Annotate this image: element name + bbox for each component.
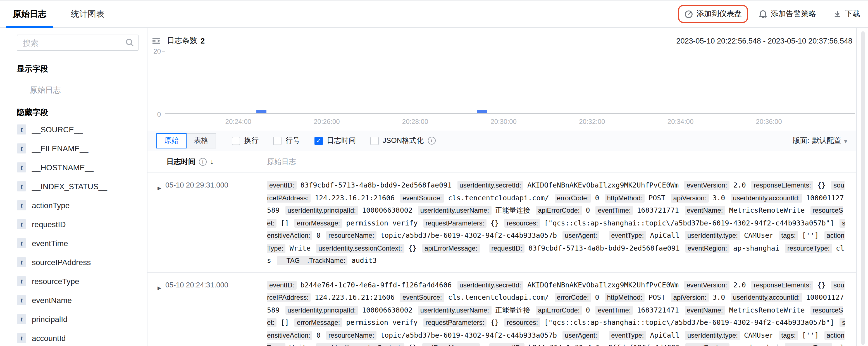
page-scrollbar[interactable]: [861, 31, 865, 345]
log-field[interactable]: eventVersion:2.0: [684, 181, 746, 189]
log-field[interactable]: eventVersion:2.0: [684, 281, 746, 289]
log-field[interactable]: responseElements:{}: [751, 181, 826, 189]
histogram-plot[interactable]: 20 0 20:24:0020:26:0020:28:0020:30:0020:…: [165, 51, 855, 114]
log-field-key[interactable]: eventType:: [609, 331, 646, 340]
log-field[interactable]: tags:['']: [779, 232, 818, 239]
log-field-key[interactable]: apiVersion:: [671, 293, 709, 302]
log-field-key[interactable]: responseElements:: [751, 181, 813, 190]
log-field-key[interactable]: errorMessage:: [294, 218, 342, 228]
log-field[interactable]: httpMethod:POST: [604, 194, 665, 202]
log-field-key[interactable]: eventID:: [267, 181, 296, 190]
log-field[interactable]: userIdentity.sessionContext:{}: [316, 344, 417, 346]
log-field[interactable]: requestParameters:{}: [423, 219, 499, 227]
download-button[interactable]: 下载: [833, 9, 860, 19]
log-field[interactable]: apiErrorMessage:: [422, 344, 484, 346]
log-field-key[interactable]: userIdentity.type:: [685, 331, 740, 340]
log-field-key[interactable]: eventTime:: [596, 206, 633, 215]
log-field[interactable]: resources:["qcs::cls:ap-shanghai::topic\…: [504, 319, 834, 326]
log-field[interactable]: eventTime:1683721771: [596, 206, 679, 214]
sort-descending-icon[interactable]: [210, 158, 214, 166]
log-field[interactable]: userIdentity.type:CAMUser: [685, 331, 773, 339]
log-field[interactable]: eventType:ApiCall: [609, 331, 680, 339]
expand-row-icon[interactable]: [157, 179, 165, 267]
log-field-key[interactable]: responseElements:: [751, 280, 813, 289]
log-field[interactable]: tags:['']: [779, 331, 818, 339]
log-field-key[interactable]: userIdentity.sessionContext:: [316, 343, 404, 346]
log-field-key[interactable]: userIdentity.principalId:: [285, 206, 358, 215]
search-input[interactable]: [17, 35, 138, 51]
log-time-column-header[interactable]: 日志时间: [166, 157, 267, 167]
hidden-field-item[interactable]: eventTime: [17, 234, 138, 253]
hidden-field-item[interactable]: __FILENAME__: [17, 139, 138, 158]
log-field[interactable]: userIdentity.userName:正能量连接: [418, 306, 530, 314]
display-option[interactable]: 日志时间: [314, 136, 356, 146]
tab-statistics-charts[interactable]: 统计图表: [69, 1, 106, 27]
log-field[interactable]: apiVersion:3.0: [671, 293, 725, 301]
log-field-key[interactable]: eventVersion:: [684, 181, 729, 190]
log-field[interactable]: apiVersion:3.0: [671, 194, 725, 202]
log-field-key[interactable]: httpMethod:: [604, 194, 645, 202]
log-field-key[interactable]: userIdentity.secretId:: [457, 280, 523, 289]
view-table-button[interactable]: 表格: [186, 133, 216, 148]
log-field[interactable]: __TAG__.TrackName:audit3: [277, 257, 377, 265]
log-field[interactable]: resources:["qcs::cls:ap-shanghai::topic\…: [504, 219, 834, 227]
log-field-key[interactable]: eventID:: [267, 280, 296, 289]
log-field-key[interactable]: resourceType:: [785, 343, 832, 346]
log-field[interactable]: resourceName:topic/a5bd37be-6019-4302-94…: [326, 331, 557, 339]
log-field-key[interactable]: requestID:: [489, 244, 525, 252]
log-field-key[interactable]: eventName:: [684, 206, 725, 215]
log-field[interactable]: userIdentity.secretId:AKIDQfeNBnAKEvObaI…: [457, 281, 679, 289]
log-field-key[interactable]: userIdentity.userName:: [418, 206, 491, 215]
log-field-key[interactable]: eventName:: [684, 306, 725, 314]
hidden-field-item[interactable]: principalId: [17, 310, 138, 329]
log-field-key[interactable]: httpMethod:: [604, 293, 645, 302]
log-field-key[interactable]: resources:: [504, 218, 540, 228]
log-field[interactable]: eventType:ApiCall: [609, 232, 680, 239]
log-field-key[interactable]: tags:: [779, 231, 798, 240]
log-field-key[interactable]: apiErrorCode:: [536, 306, 582, 314]
hidden-field-item[interactable]: __HOSTNAME__: [17, 158, 138, 177]
log-field-key[interactable]: eventTime:: [596, 306, 633, 314]
log-field[interactable]: errorMessage:permission verify: [294, 219, 418, 227]
log-field[interactable]: eventID:b244e764-1c70-4e6a-9ffd-f126fa4d…: [267, 281, 452, 289]
log-field-key[interactable]: eventRegion:: [685, 244, 729, 252]
log-field-key[interactable]: userIdentity.type:: [685, 231, 740, 240]
log-field-key[interactable]: userIdentity.userName:: [418, 306, 491, 314]
log-field-key[interactable]: requestParameters:: [423, 318, 487, 327]
log-field[interactable]: requestParameters:{}: [423, 319, 499, 326]
log-field[interactable]: eventName:MetricsRemoteWrite: [684, 306, 805, 314]
log-field[interactable]: eventRegion:ap-shanghai: [685, 344, 779, 346]
log-field[interactable]: apiErrorCode:0: [536, 306, 590, 314]
log-field-key[interactable]: __TAG__.TrackName:: [277, 256, 347, 265]
log-field-key[interactable]: resourceName:: [326, 231, 376, 240]
log-field[interactable]: eventName:MetricsRemoteWrite: [684, 206, 805, 214]
log-field-key[interactable]: eventVersion:: [684, 280, 729, 289]
info-icon[interactable]: [428, 137, 435, 144]
log-field[interactable]: userIdentity.userName:正能量连接: [418, 206, 530, 214]
log-field[interactable]: eventTime:1683721471: [596, 306, 679, 314]
log-field[interactable]: userIdentity.secretId:AKIDQfeNBnAKEvObaI…: [457, 181, 679, 189]
log-field[interactable]: userIdentity.sessionContext:{}: [316, 244, 417, 252]
log-field[interactable]: requestID:83f9cbdf-5713-4a8b-bdd9-2ed568…: [489, 244, 680, 252]
log-field-key[interactable]: tags:: [779, 331, 798, 340]
log-field[interactable]: userAgent:: [562, 331, 603, 339]
log-field[interactable]: eventRegion:ap-shanghai: [685, 244, 779, 252]
hidden-field-item[interactable]: requestID: [17, 215, 138, 234]
expand-row-icon[interactable]: [157, 279, 165, 346]
log-field[interactable]: apiErrorCode:0: [536, 206, 590, 214]
log-field[interactable]: userAgent:: [562, 232, 603, 239]
log-field[interactable]: errorMessage:permission verify: [294, 319, 418, 326]
log-field-key[interactable]: apiErrorMessage:: [422, 244, 479, 252]
log-field-key[interactable]: resources:: [504, 318, 540, 327]
search-icon[interactable]: [125, 38, 134, 47]
display-option[interactable]: JSON格式化: [370, 136, 435, 146]
log-field[interactable]: requestID:b244e764-1c70-4e6a-9ffd-f126fa…: [489, 344, 680, 346]
add-alarm-policy-button[interactable]: 添加告警策略: [758, 9, 816, 19]
log-field-key[interactable]: eventType:: [609, 231, 646, 240]
log-field-key[interactable]: userIdentity.principalId:: [285, 306, 358, 314]
hidden-field-item[interactable]: __SOURCE__: [17, 120, 138, 139]
view-raw-button[interactable]: 原始: [156, 133, 187, 148]
log-field[interactable]: userIdentity.type:CAMUser: [685, 232, 773, 239]
log-field[interactable]: responseElements:{}: [751, 281, 826, 289]
collapse-chart-icon[interactable]: [152, 36, 161, 45]
